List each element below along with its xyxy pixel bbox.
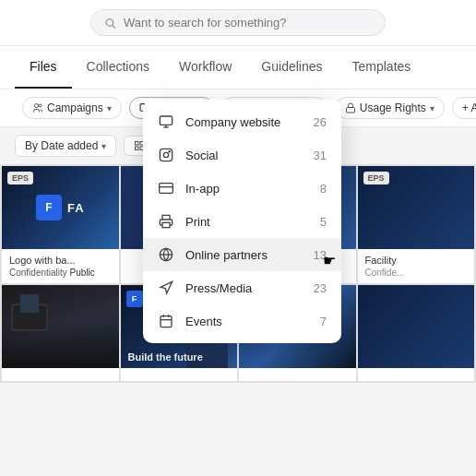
press-media-count: 23 [314,281,327,295]
nav-item-collections[interactable]: Collections [72,46,164,89]
card-meta-4: Confide... [365,268,468,278]
header [0,0,476,46]
svg-rect-27 [161,316,172,327]
grid-card-1[interactable]: EPS F FA Logo with ba... Confidentiality… [2,166,119,283]
svg-rect-14 [136,147,139,150]
people-icon [32,102,43,113]
fab-logo-1: F FA [36,195,85,220]
svg-point-21 [169,151,170,152]
filter-chip-campaigns[interactable]: Campaigns ▾ [22,97,122,119]
campaigns-label: Campaigns [47,101,103,114]
hero-fab-icon: F [126,291,143,307]
search-input[interactable] [124,16,372,30]
nav-item-guidelines[interactable]: Guidelines [246,46,337,89]
usage-rights-label: Usage Rights [360,101,426,114]
nav-item-templates[interactable]: Templates [338,46,426,89]
channel-dropdown: Company website 26 Social 31 In-app 8 Pr… [143,100,341,343]
svg-rect-11 [346,108,354,113]
dropdown-item-press-media[interactable]: Press/Media 23 [143,271,341,304]
fab-icon-1: F [36,195,62,220]
main-nav: Files Collections Workflow Guidelines Te… [0,46,476,89]
dropdown-item-company-website[interactable]: Company website 26 [143,105,341,138]
svg-point-6 [39,104,42,107]
card-title-1: Logo with ba... [9,255,112,266]
social-icon [158,147,174,163]
filter-chip-add[interactable]: + Ad [452,97,476,119]
social-count: 31 [314,149,327,162]
svg-point-20 [163,152,168,157]
megaphone-icon [158,280,174,296]
card-title-4: Facility [365,255,468,266]
inapp-icon [158,180,174,196]
svg-rect-12 [136,142,139,146]
eps-badge-1: EPS [7,172,33,184]
grid-card-5[interactable] [2,285,119,381]
card-meta-1: Confidentiality Public [9,268,112,278]
press-media-label: Press/Media [185,281,303,295]
add-filter-label: + Ad [462,101,476,114]
eps-badge-4: EPS [363,172,389,184]
dropdown-item-print[interactable]: Print 5 [143,205,341,238]
dropdown-item-online-partners[interactable]: Online partners 13 ☛ [143,238,341,271]
nav-item-workflow[interactable]: Workflow [164,46,246,89]
inapp-count: 8 [320,182,327,196]
svg-rect-22 [160,184,173,194]
dropdown-item-social[interactable]: Social 31 [143,138,341,172]
print-label: Print [185,215,309,229]
hero-card-text: Build the future [128,351,203,363]
svg-line-1 [113,25,115,28]
grid-card-8[interactable] [358,285,475,381]
print-icon [158,213,174,230]
print-count: 5 [320,215,327,229]
usage-rights-chevron: ▾ [430,103,434,113]
sort-button[interactable]: By Date added ▾ [15,135,116,157]
sort-chevron: ▾ [101,141,106,151]
filter-chip-usage-rights[interactable]: Usage Rights ▾ [335,97,445,119]
grid-card-4[interactable]: EPS Facility Confide... [358,166,475,283]
dropdown-item-events[interactable]: Events 7 [143,304,341,338]
svg-rect-24 [162,222,170,227]
events-count: 7 [320,315,327,328]
social-label: Social [185,149,303,162]
online-partners-label: Online partners [185,248,303,262]
monitor-icon [158,113,174,130]
svg-rect-16 [160,116,172,125]
search-bar[interactable] [90,9,386,36]
dropdown-item-in-app[interactable]: In-app 8 [143,172,341,205]
search-icon [104,17,116,30]
globe-icon [158,246,174,263]
lock-filter-icon [345,102,356,113]
calendar-icon [158,313,174,329]
online-partners-count: 13 [314,248,327,262]
company-website-label: Company website [185,115,303,129]
svg-rect-19 [160,149,172,161]
nav-item-files[interactable]: Files [15,46,72,89]
inapp-label: In-app [185,182,309,196]
company-website-count: 26 [314,115,327,129]
campaigns-chevron: ▾ [107,103,112,113]
svg-point-5 [35,104,39,108]
svg-point-0 [106,18,113,26]
events-label: Events [185,315,309,328]
sort-label: By Date added [25,139,98,152]
